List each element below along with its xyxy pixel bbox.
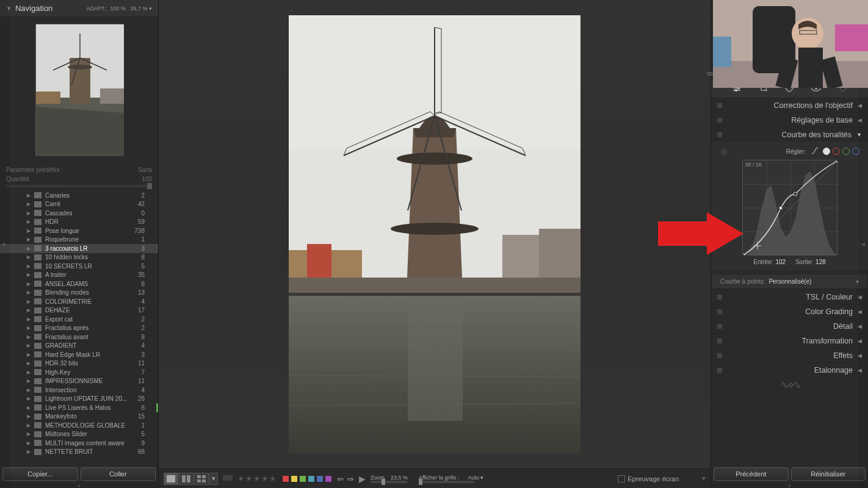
target-adjustment-icon[interactable]: ◎ [720,148,727,156]
point-curve-preset[interactable]: Courbe à points: Personnalisé(e) ▾ [711,274,868,289]
basic-panel-header[interactable]: Réglages de base◀ [711,112,868,127]
grid-overlay-control[interactable]: Afficher la grille :Auto ▾ [419,475,483,483]
flag-icon[interactable] [223,475,233,483]
disclosure-triangle-icon[interactable]: ▶ [27,254,31,260]
disclosure-triangle-icon[interactable]: ▶ [27,290,31,295]
lens-corrections-panel-header[interactable]: Corrections de l'objectif◀ [711,98,868,112]
effects-panel-header[interactable]: Effets◀ [711,348,868,362]
folder-item[interactable]: ▶Fractalius après2 [0,324,158,333]
folder-item[interactable]: ▶10 hidden tricks8 [0,253,158,262]
disclosure-triangle-icon[interactable]: ▶ [27,378,31,384]
color-label-swatch[interactable] [325,475,332,483]
disclosure-triangle-icon[interactable]: ▶ [27,299,31,304]
folder-item[interactable]: ▶Intersection4 [0,386,158,395]
disclosure-triangle-icon[interactable]: ▶ [27,449,31,454]
fit-label[interactable]: ADAPT.: 100 % 26,7 % ▾ [86,5,152,12]
folder-item[interactable]: ▶IMPRESSIONNISME11 [0,377,158,386]
folder-item[interactable]: ▶ANSEL ADAMS6 [0,279,158,289]
slideshow-play-button[interactable]: ▶ [359,474,366,484]
color-labels[interactable] [282,475,332,483]
disclosure-triangle-icon[interactable]: ▶ [27,334,31,340]
soft-proofing-checkbox[interactable]: Epreuvage écran [618,475,679,483]
tone-curve-graph[interactable]: 38 / 26 [742,160,837,255]
rgb-channel-green[interactable] [842,148,850,155]
folder-item[interactable]: ▶NETTETE BRUIT68 [0,448,158,457]
navigation-panel-header[interactable]: ▼ Navigation ADAPT.: 100 % 26,7 % ▾ [0,0,158,16]
folder-item[interactable]: ▶MÉTHODOLOGIE GLOBALE1 [0,421,158,430]
navigator-thumbnail-area[interactable] [0,16,158,163]
disclosure-triangle-icon[interactable]: ▶ [27,325,31,331]
grid-value[interactable]: Auto ▾ [468,475,483,481]
paste-button[interactable]: Coller [81,467,156,481]
disclosure-triangle-icon[interactable]: ▶ [27,352,31,357]
disclosure-triangle-icon[interactable]: ▶ [27,414,31,419]
folder-item[interactable]: ▶Carré42 [0,200,158,209]
disclosure-triangle-icon[interactable]: ▶ [27,228,31,234]
loupe-view-button[interactable] [164,473,178,485]
folder-item[interactable]: ▶Blending modes13 [0,289,158,298]
previous-button[interactable]: Précédent [714,467,789,481]
folder-item[interactable]: ▶High-Key7 [0,368,158,377]
disclosure-triangle-icon[interactable]: ▶ [27,370,31,375]
image-viewer[interactable] [159,0,711,468]
disclosure-triangle-icon[interactable]: ▶ [27,272,31,278]
disclosure-triangle-icon[interactable]: ▶ [27,405,31,411]
toolbar-options-dropdown[interactable]: ▾ [702,475,706,483]
checkbox-icon[interactable] [618,475,625,483]
folder-item[interactable]: ▶3 raccourcis LR3 [0,244,158,253]
quantity-slider[interactable] [6,185,152,187]
folder-item[interactable]: ▶Pose longue738 [0,226,158,235]
disclosure-triangle-icon[interactable]: ▶ [27,387,31,393]
compare-view-button[interactable] [179,473,193,485]
detail-panel-header[interactable]: Détail◀ [711,318,868,333]
preset-value[interactable]: Sans [138,167,152,173]
folder-item[interactable]: ▶Midtones Slider5 [0,430,158,439]
folder-item[interactable]: ▶Export cat2 [0,315,158,324]
folder-item[interactable]: ▶HDR59 [0,218,158,227]
folder-item[interactable]: ▶COLORIMETRIE4 [0,297,158,306]
disclosure-triangle-icon[interactable]: ▶ [27,219,31,224]
disclosure-triangle-icon[interactable]: ▶ [27,440,31,446]
disclosure-triangle-icon[interactable]: ▶ [27,423,31,428]
folder-item[interactable]: ▶A traiter35 [0,271,158,280]
tsl-panel-header[interactable]: TSL / Couleur◀ [711,289,868,304]
reset-button[interactable]: Réinitialiser [791,467,866,481]
disclosure-triangle-icon[interactable]: ▶ [27,343,31,348]
disclosure-triangle-icon[interactable]: ▶ [27,193,31,198]
disclosure-triangle-icon[interactable]: ▶ [27,281,31,287]
disclosure-triangle-icon[interactable]: ▶ [27,201,31,207]
transform-panel-header[interactable]: Transformation◀ [711,333,868,348]
color-grading-panel-header[interactable]: Color Grading◀ [711,304,868,318]
folder-item[interactable]: ▶Mankeyfoto15 [0,412,158,422]
next-photo-button[interactable]: ⇒ [347,474,354,484]
folder-item[interactable]: ▶10 SECRETS LR5 [0,262,158,271]
folder-item[interactable]: ▶HDR 32 bits11 [0,359,158,368]
view-mode-buttons[interactable]: ▾ [164,473,218,485]
color-label-swatch[interactable] [282,475,289,483]
main-image[interactable] [289,15,580,453]
folder-item[interactable]: ▶Live PS Liserés & Halos8 [0,403,158,412]
folder-item[interactable]: ▶DEHAZE17 [0,306,158,315]
disclosure-triangle-icon[interactable]: ▶ [27,361,31,366]
disclosure-triangle-icon[interactable]: ▶ [27,246,31,251]
disclosure-triangle-icon[interactable]: ▶ [27,317,31,322]
rgb-channel-luminance[interactable] [823,148,830,155]
tone-curve-panel-header[interactable]: Courbe des tonalités▼ [711,127,868,142]
disclosure-triangle-icon[interactable]: ▶ [27,307,31,313]
view-options-dropdown[interactable]: ▾ [209,473,218,485]
rating-stars[interactable]: ★★★★★ [237,474,277,483]
color-label-swatch[interactable] [308,475,315,483]
folder-item[interactable]: ▶MULTI images content aware9 [0,439,158,448]
disclosure-triangle-icon[interactable]: ▶ [27,210,31,216]
color-label-swatch[interactable] [291,475,298,483]
folder-item[interactable]: ▶Lightroom UPDATE JUIN 20...26 [0,395,158,404]
disclosure-triangle-icon[interactable]: ▶ [27,396,31,401]
color-label-swatch[interactable] [316,475,324,483]
prev-photo-button[interactable]: ⇐ [337,474,344,484]
parametric-curve-icon[interactable] [811,146,819,156]
disclosure-triangle-icon[interactable]: ▶ [27,264,31,269]
folder-item[interactable]: ▶Hard Edge Mask LR3 [0,350,158,359]
folder-item[interactable]: ▶GRADIENT4 [0,342,158,351]
zoom-control[interactable]: Zoom23,5 % [371,475,408,483]
disclosure-triangle-icon[interactable]: ▶ [27,237,31,242]
